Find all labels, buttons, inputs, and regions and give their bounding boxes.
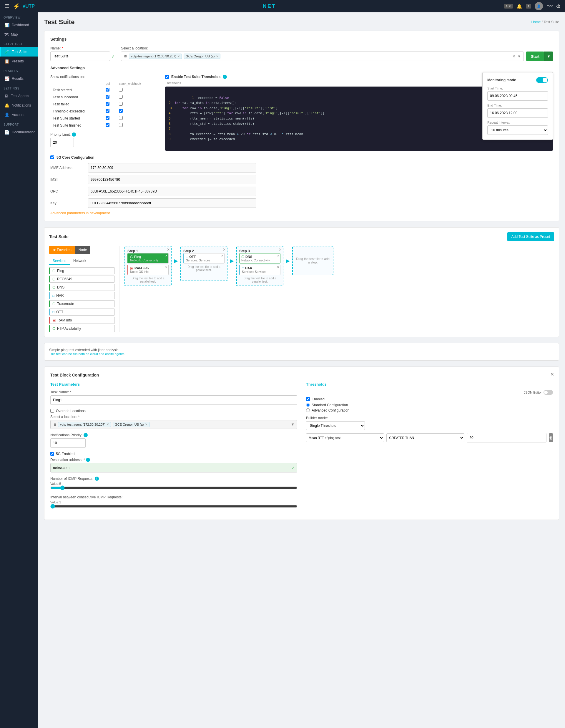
step-3-close[interactable]: ✕	[279, 248, 282, 252]
imsi-input[interactable]	[88, 175, 256, 184]
ram-block-close[interactable]: ✕	[165, 266, 168, 269]
clear-locations-icon[interactable]: ✕	[512, 54, 516, 59]
key-input[interactable]	[88, 198, 256, 208]
ping-block[interactable]: ✕ ⬡ Ping Network: Connectivity	[127, 253, 169, 263]
sidebar-item-account[interactable]: 👤 Account	[0, 110, 38, 120]
step-1-close[interactable]: ✕	[167, 248, 170, 252]
tbc-close-button[interactable]: ✕	[550, 372, 554, 377]
breadcrumb-home[interactable]: Home	[531, 20, 541, 24]
ott-block-close[interactable]: ✕	[221, 254, 223, 257]
threshold-enabled-checkbox[interactable]	[306, 397, 310, 401]
threshold-value-input[interactable]	[467, 433, 546, 442]
har-block[interactable]: ✕ □ HAR Services: Services	[239, 265, 281, 275]
tile-tabs: Services Network	[49, 258, 115, 265]
ott-block-sub: Services: Services	[186, 259, 223, 262]
override-locations-checkbox[interactable]	[50, 409, 54, 413]
notification-bell[interactable]: 🔔	[516, 4, 522, 9]
tbc-dropdown-icon[interactable]: ▼	[291, 422, 294, 427]
start-time-input[interactable]	[487, 91, 548, 101]
notif-gui-checkbox[interactable]	[106, 123, 110, 127]
advanced-config-radio[interactable]	[306, 408, 310, 412]
empty-step[interactable]: Drag the test tile to add a step.	[292, 246, 333, 275]
remove-gce-tag[interactable]: ✕	[216, 55, 218, 58]
operator-select[interactable]: GREATER THAN LESS THAN EQUAL TO	[386, 433, 464, 442]
icmp-interval-value-label: Value:1	[50, 500, 297, 504]
notif-priority-input[interactable]	[50, 438, 86, 448]
node-button[interactable]: Node	[75, 246, 91, 254]
add-preset-button[interactable]: Add Test Suite as Preset	[507, 232, 554, 241]
notif-slack-checkbox[interactable]	[119, 88, 123, 92]
tbc-remove-gce[interactable]: ✕	[145, 423, 148, 426]
sidebar-item-test-suite[interactable]: 🧪 Test Suite	[0, 47, 38, 57]
metric-select[interactable]: Mean RTT of ping test	[306, 433, 384, 442]
monitoring-mode-toggle[interactable]	[536, 77, 548, 83]
5g-config-checkbox[interactable]	[50, 155, 54, 159]
tab-services[interactable]: Services	[49, 258, 70, 265]
start-button[interactable]: Start	[526, 52, 544, 61]
dns-block[interactable]: ✕ ⬡ DNS Network: Connectivity	[239, 253, 281, 263]
ott-block[interactable]: ✕ □ OTT Services: Services	[183, 253, 225, 263]
notif-gui-checkbox[interactable]	[106, 116, 110, 120]
notif-slack-checkbox[interactable]	[119, 102, 123, 106]
dropdown-arrow-icon[interactable]: ▼	[517, 54, 521, 59]
task-name-input[interactable]	[50, 395, 297, 405]
standard-config-radio[interactable]	[306, 403, 310, 407]
ping-info-link[interactable]: This test can be run both on cloud and o…	[49, 352, 554, 356]
tile-traceroute[interactable]: ⬡ Traceroute	[49, 300, 115, 307]
dns-block-close[interactable]: ✕	[277, 254, 279, 257]
json-editor-toggle-switch[interactable]	[544, 390, 553, 395]
tile-ftp[interactable]: ⬡ FTP Availability	[49, 325, 115, 332]
notif-priority-field: Notifications Priority: i	[50, 433, 297, 448]
step-2-close[interactable]: ✕	[223, 248, 226, 252]
notif-gui-checkbox[interactable]	[106, 109, 110, 113]
traceroute-tile-icon: ⬡	[52, 302, 55, 306]
mme-input[interactable]	[88, 163, 256, 173]
priority-input[interactable]	[50, 138, 74, 147]
remove-agent-tag[interactable]: ✕	[178, 55, 180, 58]
notif-gui-checkbox[interactable]	[106, 88, 110, 92]
notif-gui-checkbox[interactable]	[106, 102, 110, 106]
repeat-interval-select[interactable]: 10 minutes 30 minutes 1 hour	[487, 125, 548, 135]
icmp-requests-slider[interactable]	[50, 485, 297, 490]
ram-block[interactable]: ✕ ▣ RAM info Node: OS info	[127, 265, 169, 275]
tile-har[interactable]: □ HAR	[49, 292, 115, 299]
notif-slack-checkbox[interactable]	[119, 95, 123, 99]
end-time-input[interactable]	[487, 108, 548, 118]
sidebar-item-notifications[interactable]: 🔔 Notifications	[0, 101, 38, 110]
start-dropdown-button[interactable]: ▼	[544, 52, 553, 61]
destination-input[interactable]	[50, 463, 297, 472]
tbc-remove-agent[interactable]: ✕	[107, 423, 109, 426]
notif-gui-checkbox[interactable]	[106, 95, 110, 99]
ott-block-icon: □	[186, 255, 188, 259]
sidebar-item-results[interactable]: 📈 Results	[0, 74, 38, 83]
notif-slack-checkbox[interactable]	[119, 116, 123, 120]
hamburger-button[interactable]: ☰	[5, 3, 9, 9]
ping-block-close[interactable]: ✕	[165, 254, 168, 257]
power-icon[interactable]: ⏻	[556, 4, 560, 9]
icmp-interval-slider[interactable]	[50, 504, 297, 509]
tile-rfc6349[interactable]: ⬡ RFC6349	[49, 276, 115, 283]
builder-mode-select[interactable]: Single Threshold Multiple Thresholds	[306, 421, 365, 430]
favorites-button[interactable]: ★ Favorites	[49, 246, 75, 254]
notif-slack-checkbox[interactable]	[119, 123, 123, 127]
opc-input[interactable]	[88, 187, 256, 196]
tile-dns[interactable]: ⬡ DNS	[49, 284, 115, 291]
sidebar-item-presets[interactable]: 📋 Presets	[0, 57, 38, 66]
tile-ott[interactable]: □ OTT	[49, 309, 115, 316]
name-input[interactable]	[50, 52, 110, 61]
delete-threshold-button[interactable]: 🗑	[549, 433, 553, 442]
user-avatar[interactable]: 👤	[535, 2, 543, 10]
sidebar-item-documentation[interactable]: 📄 Documentation	[0, 127, 38, 137]
notif-slack-checkbox[interactable]	[119, 109, 123, 113]
har-block-close[interactable]: ✕	[277, 266, 279, 269]
5g-enabled-checkbox[interactable]	[50, 452, 54, 456]
test-agents-icon: 🖥	[4, 94, 9, 98]
advanced-dev-anchor[interactable]: Advanced parameters in development...	[50, 211, 113, 215]
sidebar-item-test-agents[interactable]: 🖥 Test Agents	[0, 91, 38, 101]
enable-thresholds-checkbox[interactable]	[165, 75, 169, 79]
sidebar-item-map[interactable]: 🗺 Map	[0, 30, 38, 39]
tab-network[interactable]: Network	[70, 258, 90, 265]
tile-ping[interactable]: ⬡ Ping	[49, 267, 115, 274]
sidebar-item-dashboard[interactable]: 📊 Dashboard	[0, 20, 38, 30]
tile-ram-info[interactable]: ▣ RAM info	[49, 317, 115, 324]
